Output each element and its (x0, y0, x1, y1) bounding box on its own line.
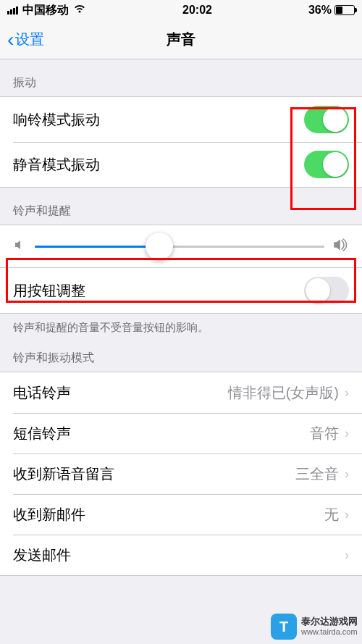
chevron-right-icon: › (345, 467, 349, 482)
vibrate-group: 响铃模式振动 静音模式振动 (0, 96, 362, 188)
volume-slider-cell (0, 225, 362, 268)
wifi-icon (73, 4, 86, 17)
silent-vibrate-label: 静音模式振动 (13, 155, 100, 175)
signal-icon (7, 7, 18, 14)
status-bar: 中国移动 20:02 36% (0, 0, 362, 20)
battery-icon (334, 5, 355, 15)
ringer-footer: 铃声和提醒的音量不受音量按钮的影响。 (0, 314, 362, 340)
watermark: T 泰尔达游戏网 www.tairda.com (271, 614, 358, 640)
cell-label: 收到新语音留言 (13, 464, 114, 484)
cell-label: 发送邮件 (13, 545, 71, 565)
chevron-right-icon: › (345, 548, 349, 563)
chevron-left-icon: ‹ (7, 30, 14, 50)
silent-vibrate-cell: 静音模式振动 (0, 142, 362, 187)
volume-high-icon (333, 238, 349, 254)
ring-vibrate-cell: 响铃模式振动 (0, 97, 362, 142)
watermark-title: 泰尔达游戏网 (301, 616, 358, 627)
ring-vibrate-toggle[interactable] (304, 106, 349, 133)
nav-bar: ‹ 设置 声音 (0, 20, 362, 59)
cell-label: 收到新邮件 (13, 505, 85, 524)
back-label: 设置 (15, 30, 44, 49)
ringtone-cell[interactable]: 电话铃声 情非得已(女声版)› (0, 372, 362, 413)
chevron-right-icon: › (345, 385, 349, 401)
status-time: 20:02 (182, 4, 212, 17)
button-adjust-cell: 用按钮调整 (0, 268, 362, 313)
section-header-patterns: 铃声和振动模式 (0, 340, 362, 372)
carrier-label: 中国移动 (22, 3, 69, 18)
back-button[interactable]: ‹ 设置 (7, 30, 44, 50)
battery-pct: 36% (308, 4, 332, 17)
patterns-group: 电话铃声 情非得已(女声版)› 短信铃声 音符› 收到新语音留言 三全音› 收到… (0, 372, 362, 576)
cell-value: 三全音 (295, 464, 339, 484)
button-adjust-toggle[interactable] (304, 277, 349, 304)
page-title: 声音 (0, 30, 362, 49)
cell-value: 无 (324, 505, 339, 524)
text-tone-cell[interactable]: 短信铃声 音符› (0, 413, 362, 453)
voicemail-cell[interactable]: 收到新语音留言 三全音› (0, 453, 362, 494)
cell-label: 电话铃声 (13, 383, 71, 403)
volume-slider[interactable] (35, 246, 324, 248)
cell-value: 情非得已(女声版) (228, 383, 339, 403)
watermark-url: www.tairda.com (301, 627, 358, 637)
cell-value: 音符 (310, 424, 339, 443)
silent-vibrate-toggle[interactable] (304, 151, 349, 178)
chevron-right-icon: › (345, 507, 349, 522)
cell-label: 短信铃声 (13, 424, 71, 443)
button-adjust-label: 用按钮调整 (13, 281, 85, 301)
new-mail-cell[interactable]: 收到新邮件 无› (0, 494, 362, 535)
section-header-vibrate: 振动 (0, 59, 362, 96)
watermark-logo-icon: T (271, 614, 297, 640)
sent-mail-cell[interactable]: 发送邮件 › (0, 535, 362, 575)
volume-low-icon (13, 238, 26, 254)
chevron-right-icon: › (345, 426, 349, 441)
section-header-ringer: 铃声和提醒 (0, 188, 362, 225)
ring-vibrate-label: 响铃模式振动 (13, 110, 100, 130)
